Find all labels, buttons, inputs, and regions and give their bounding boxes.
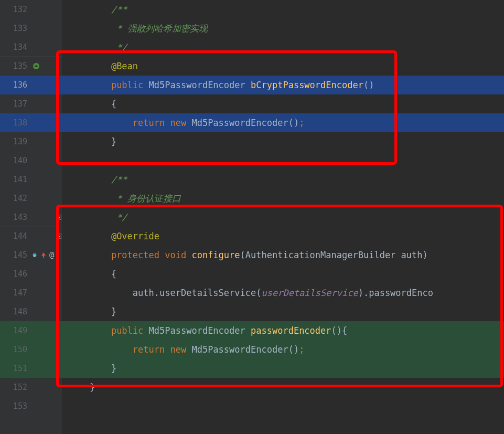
gutter-row: 136 [0, 76, 62, 94]
line-number: 135 [0, 57, 29, 76]
code-area[interactable]: /** * 强散列哈希加密实现 */ @Bean public Md5Passw… [62, 0, 504, 434]
code-token [68, 80, 111, 90]
code-token [68, 23, 111, 34]
gutter-row: 138 [0, 113, 62, 132]
gutter-at-icon: @ [49, 246, 54, 264]
code-line[interactable]: protected void configure(AuthenticationM… [62, 246, 504, 264]
code-token: return new [133, 344, 192, 355]
gutter-separator [0, 57, 62, 57]
fold-end-icon[interactable] [56, 215, 61, 220]
gutter-row: 146 [0, 264, 62, 283]
code-token: */ [111, 212, 127, 223]
code-token: ; [299, 118, 304, 128]
code-token: passwordEncoder [251, 325, 331, 336]
line-number: 139 [0, 132, 29, 151]
gutter-separator [0, 227, 62, 227]
gutter-row: 149 [0, 321, 62, 340]
code-line[interactable]: * 强散列哈希加密实现 [62, 19, 504, 38]
code-line[interactable]: public Md5PasswordEncoder passwordEncode… [62, 321, 504, 340]
fold-start-icon[interactable] [56, 234, 61, 239]
line-number: 138 [0, 113, 29, 132]
code-token [68, 231, 111, 241]
code-token: @Override [111, 231, 159, 241]
gutter-row: 133 [0, 19, 62, 38]
code-token [68, 99, 111, 109]
line-number: 147 [0, 283, 29, 302]
implements-up-icon [40, 251, 47, 259]
code-token [68, 136, 111, 147]
code-token [68, 288, 133, 298]
gutter-row: 139 [0, 132, 62, 151]
gutter-row: 134 [0, 38, 62, 57]
line-number: 141 [0, 170, 29, 189]
line-number: 150 [0, 340, 29, 359]
code-token: Md5PasswordEncoder() [191, 344, 299, 355]
line-number: 146 [0, 264, 29, 283]
gutter-row: 145o@ [0, 246, 62, 264]
code-token: */ [111, 42, 127, 52]
gutter-row: 147 [0, 283, 62, 302]
code-token [68, 325, 111, 336]
gutter-row: 141 [0, 170, 62, 189]
code-token [68, 4, 111, 15]
code-line[interactable]: } [62, 378, 504, 397]
code-token [68, 344, 133, 355]
code-line[interactable]: /** [62, 0, 504, 19]
line-number: 140 [0, 151, 29, 170]
line-number: 137 [0, 94, 29, 113]
code-token: } [111, 306, 116, 317]
code-token: @Bean [111, 61, 138, 71]
code-line[interactable]: @Bean [62, 57, 504, 76]
code-line[interactable]: } [62, 132, 504, 151]
gutter-row: 143 [0, 208, 62, 227]
code-token: bCryptPasswordEncoder [251, 80, 363, 90]
code-token [68, 363, 111, 374]
gutter-row: 151 [0, 359, 62, 378]
code-line[interactable]: /** [62, 170, 504, 189]
code-line[interactable]: @Override [62, 227, 504, 246]
gutter-icons [29, 62, 62, 70]
line-number: 136 [0, 76, 29, 94]
code-token [68, 306, 111, 317]
gutter-row: 142 [0, 189, 62, 208]
code-token: public [111, 325, 149, 336]
line-number: 152 [0, 378, 29, 397]
gutter-row: 140 [0, 151, 62, 170]
gutter: 1321331341351361371381391401411421431441… [0, 0, 62, 434]
code-line[interactable]: return new Md5PasswordEncoder(); [62, 113, 504, 132]
code-token [68, 269, 111, 279]
code-line[interactable]: * 身份认证接口 [62, 189, 504, 208]
code-token: public [111, 80, 149, 90]
code-line[interactable]: public Md5PasswordEncoder bCryptPassword… [62, 76, 504, 94]
line-number: 132 [0, 0, 29, 19]
code-line[interactable]: { [62, 94, 504, 113]
code-token [68, 382, 90, 393]
code-token [68, 61, 111, 71]
line-number: 153 [0, 397, 29, 416]
line-number: 145 [0, 246, 29, 264]
code-token: protected void [111, 250, 192, 260]
code-line[interactable] [62, 151, 504, 170]
code-line[interactable]: } [62, 302, 504, 321]
code-line[interactable]: auth.userDetailsService(userDetailsServi… [62, 283, 504, 302]
line-number: 148 [0, 302, 29, 321]
code-token [68, 42, 111, 52]
code-line[interactable]: return new Md5PasswordEncoder(); [62, 340, 504, 359]
gutter-row: 132 [0, 0, 62, 19]
gutter-row: 152 [0, 378, 62, 397]
code-token: userDetailsService [261, 288, 358, 298]
gutter-row: 135 [0, 57, 62, 76]
code-token: /** [111, 174, 127, 185]
code-editor[interactable]: 1321331341351361371381391401411421431441… [0, 0, 504, 434]
code-line[interactable] [62, 397, 504, 416]
code-line[interactable]: } [62, 359, 504, 378]
code-line[interactable]: { [62, 264, 504, 283]
gutter-row: 153 [0, 397, 62, 416]
code-line[interactable]: */ [62, 38, 504, 57]
override-icon: o [33, 251, 40, 259]
gutter-icons: o@ [29, 246, 62, 264]
code-token: Md5PasswordEncoder [149, 325, 251, 336]
code-line[interactable]: */ [62, 208, 504, 227]
code-token: } [111, 363, 116, 374]
code-token: configure [191, 250, 240, 260]
